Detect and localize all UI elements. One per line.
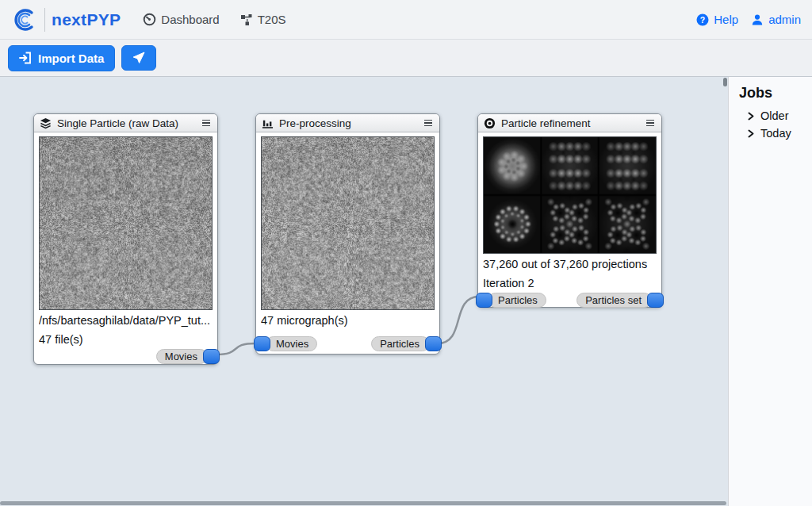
histogram-icon bbox=[262, 117, 274, 129]
top-navbar: nextPYP Dashboard T20S bbox=[0, 0, 812, 40]
user-person-icon bbox=[751, 13, 764, 26]
chevron-right-icon bbox=[747, 112, 755, 121]
project-diagram-icon bbox=[240, 13, 253, 26]
navigate-button[interactable] bbox=[121, 45, 156, 71]
import-data-button[interactable]: Import Data bbox=[8, 45, 115, 71]
vertical-scrollbar-thumb[interactable] bbox=[723, 78, 727, 86]
block-menu-icon[interactable] bbox=[423, 118, 434, 128]
output-port-label: Particles set bbox=[576, 293, 652, 308]
project-toolbar: Import Data ▶ Run bbox=[0, 40, 812, 77]
brand-divider bbox=[44, 8, 45, 32]
file-import-icon bbox=[19, 52, 32, 64]
block-title: Pre-processing bbox=[279, 117, 417, 129]
jobs-group-label: Today bbox=[760, 127, 791, 140]
input-port-particles[interactable]: Particles bbox=[476, 293, 546, 308]
jobs-panel: Jobs Older Today bbox=[728, 77, 812, 506]
brand-title: nextPYP bbox=[52, 10, 121, 29]
input-port-label: Movies bbox=[266, 336, 317, 351]
jobs-group-today[interactable]: Today bbox=[747, 125, 812, 142]
horizontal-scrollbar-thumb[interactable] bbox=[0, 501, 726, 505]
block-info-iteration: Iteration 2 bbox=[483, 275, 657, 292]
nav-dashboard[interactable]: Dashboard bbox=[143, 13, 219, 26]
block-header[interactable]: Particle refinement bbox=[478, 114, 661, 132]
block-info-count: 47 micrograph(s) bbox=[261, 312, 435, 329]
input-port-label: Particles bbox=[488, 293, 546, 308]
output-node-connector[interactable] bbox=[425, 336, 442, 351]
nextpyp-logo-icon bbox=[11, 6, 38, 33]
block-particle-refinement[interactable]: Particle refinement 37,260 out of 37,260… bbox=[477, 113, 662, 308]
import-data-label: Import Data bbox=[38, 52, 104, 65]
nav-dashboard-label: Dashboard bbox=[161, 13, 219, 26]
output-port-particles[interactable]: Particles bbox=[371, 336, 442, 351]
jobs-title: Jobs bbox=[739, 85, 812, 102]
nav-project-t20s[interactable]: T20S bbox=[240, 13, 286, 26]
block-header[interactable]: Single Particle (raw Data) bbox=[34, 114, 217, 132]
block-pre-processing[interactable]: Pre-processing 47 micrograph(s) Movies P… bbox=[255, 113, 440, 355]
output-node-connector[interactable] bbox=[647, 293, 664, 308]
help-question-icon: ? bbox=[696, 13, 709, 26]
nav-help[interactable]: ? Help bbox=[696, 13, 738, 26]
nav-help-label: Help bbox=[714, 13, 738, 26]
layers-icon bbox=[40, 117, 52, 129]
micrograph-preview-image[interactable] bbox=[261, 136, 435, 310]
output-node-connector[interactable] bbox=[203, 349, 220, 364]
brand[interactable]: nextPYP bbox=[11, 6, 121, 33]
target-icon bbox=[484, 117, 496, 129]
output-port-particles-set[interactable]: Particles set bbox=[576, 293, 664, 308]
chevron-right-icon bbox=[747, 129, 755, 138]
block-menu-icon[interactable] bbox=[645, 118, 656, 128]
project-graph-canvas[interactable]: Single Particle (raw Data) /nfs/bartesag… bbox=[0, 77, 728, 506]
micrograph-preview-image[interactable] bbox=[39, 136, 213, 310]
output-port-movies[interactable]: Movies bbox=[156, 349, 220, 364]
jobs-group-label: Older bbox=[760, 109, 788, 122]
paper-plane-icon bbox=[132, 52, 145, 64]
input-port-movies[interactable]: Movies bbox=[254, 336, 317, 351]
output-port-label: Movies bbox=[156, 349, 208, 364]
class-averages-preview-image[interactable] bbox=[483, 136, 657, 254]
block-info-projections: 37,260 out of 37,260 projections bbox=[483, 256, 657, 273]
block-title: Particle refinement bbox=[501, 117, 639, 129]
input-node-connector[interactable] bbox=[476, 293, 492, 308]
nav-project-label: T20S bbox=[258, 13, 286, 26]
block-header[interactable]: Pre-processing bbox=[256, 114, 439, 132]
dashboard-gauge-icon bbox=[143, 13, 156, 26]
block-info-count: 47 file(s) bbox=[39, 332, 213, 348]
block-single-particle-raw-data[interactable]: Single Particle (raw Data) /nfs/bartesag… bbox=[33, 113, 218, 365]
block-info-path: /nfs/bartesaghilab/data/PYP_tut... bbox=[39, 312, 213, 329]
jobs-group-older[interactable]: Older bbox=[747, 107, 812, 125]
block-title: Single Particle (raw Data) bbox=[57, 117, 195, 129]
nav-user-label: admin bbox=[768, 13, 801, 26]
nav-user[interactable]: admin bbox=[751, 13, 801, 26]
input-node-connector[interactable] bbox=[254, 336, 270, 351]
svg-text:?: ? bbox=[700, 14, 705, 24]
output-port-label: Particles bbox=[371, 336, 430, 351]
block-menu-icon[interactable] bbox=[201, 118, 212, 128]
